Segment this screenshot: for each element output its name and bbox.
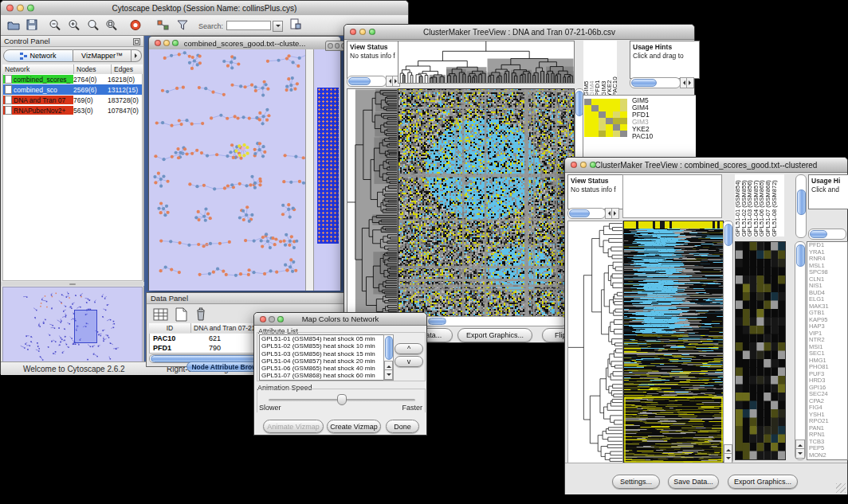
- panel-splitter[interactable]: [1, 282, 144, 286]
- col-edges[interactable]: Edges: [112, 64, 143, 74]
- zoom-in-icon[interactable]: [68, 19, 80, 31]
- tv2-status-hscroll-thumb[interactable]: [569, 209, 590, 217]
- filter-icon[interactable]: [176, 19, 189, 31]
- network-vertical-scrollbar[interactable]: [305, 49, 314, 291]
- help-ring-icon[interactable]: [129, 19, 142, 31]
- attribute-list-item[interactable]: GPL51-02 (GSM855) heat shock 10 min: [260, 342, 384, 350]
- frame-zoom-button[interactable]: [172, 40, 179, 46]
- network-canvas-area[interactable]: [149, 49, 340, 291]
- tv2-column-label[interactable]: GPL51-07 (GSM868): [765, 174, 771, 236]
- zoom-button[interactable]: [277, 316, 284, 322]
- treeview1-controls[interactable]: [350, 29, 375, 35]
- tv1-column-label[interactable]: PAC10: [612, 41, 617, 96]
- attribute-list-item[interactable]: GPL51-04 (GSM857) heat shock 20 min: [260, 357, 384, 365]
- attribute-list-item[interactable]: GPL51-06 (GSM865) heat shock 40 min: [260, 365, 384, 372]
- treeview1-titlebar[interactable]: ClusterMaker TreeView : DNA and Tran 07-…: [344, 25, 694, 40]
- dialog-controls[interactable]: [260, 316, 284, 322]
- move-up-button[interactable]: ^: [395, 343, 423, 354]
- network-canvas-right[interactable]: [314, 49, 340, 291]
- treeview2-titlebar[interactable]: ClusterMaker TreeView : combined_scores_…: [565, 158, 847, 173]
- tv2-column-label[interactable]: GPL51-06 (GSM865): [759, 174, 765, 236]
- attribute-list-item[interactable]: GPL51-03 (GSM856) heat shock 15 min: [260, 350, 384, 357]
- tv1-hints-hscroll-thumb[interactable]: [631, 79, 657, 87]
- frame-minimize-button[interactable]: [163, 40, 170, 46]
- tv2-zoom-scroll-down[interactable]: [795, 448, 805, 459]
- network-table-row[interactable]: combined_sco 2569(6) 13112(15): [3, 84, 142, 95]
- col-nodes[interactable]: Nodes: [74, 64, 112, 74]
- network-modify-icon[interactable]: [157, 19, 170, 31]
- tv1-column-dendrogram[interactable]: [398, 41, 575, 84]
- close-button[interactable]: [6, 5, 14, 12]
- tv1-column-labels[interactable]: GIM5GIM4PFD1GIM3YKE2PAC10: [583, 41, 617, 96]
- tv1-bottom-hscroll-thumb[interactable]: [428, 318, 446, 325]
- network-table-row[interactable]: combined_scores_ 2764(0) 16218(0): [3, 74, 142, 84]
- tv2-column-label[interactable]: GPL51-01 (GSM854): [735, 174, 741, 236]
- tv1-column-label[interactable]: GIM5: [583, 41, 588, 96]
- treeview2-controls[interactable]: [571, 162, 596, 168]
- tv1-row-dendrogram[interactable]: [347, 88, 398, 318]
- zoom-fit-icon[interactable]: [87, 19, 100, 31]
- save-icon[interactable]: [26, 19, 38, 31]
- tv1-hints-right-button[interactable]: [686, 77, 694, 88]
- tv2-row-dendrogram[interactable]: [567, 221, 623, 464]
- col-network[interactable]: Network: [2, 64, 74, 74]
- annotation-icon[interactable]: [289, 18, 302, 30]
- tv1-export-graphics-button[interactable]: Export Graphics...: [457, 328, 532, 342]
- network-table-row[interactable]: DNA and Tran 07 769(0) 183728(0): [3, 95, 142, 105]
- tv1-column-label[interactable]: YKE2: [607, 41, 611, 96]
- tv2-gene-list[interactable]: PFD1YRA1RNR4MSL1SPC98CLN1NIS1BUD4ELG1MAK…: [807, 241, 848, 460]
- zoom-button[interactable]: [27, 5, 34, 12]
- close-button[interactable]: [260, 316, 266, 322]
- float-panel-icon[interactable]: [133, 38, 140, 45]
- tab-overflow-button[interactable]: [132, 49, 142, 62]
- tab-vizmapper[interactable]: VizMapper™: [73, 49, 132, 62]
- network-view-titlebar[interactable]: combined_scores_good.txt--cluste...: [149, 37, 340, 50]
- list-scroll-down-button[interactable]: [384, 369, 393, 380]
- close-button[interactable]: [350, 29, 356, 35]
- window-controls[interactable]: [6, 5, 34, 12]
- resize-grip[interactable]: [836, 483, 846, 493]
- create-vizmap-button[interactable]: Create Vizmap: [327, 420, 381, 433]
- inactive-close-button[interactable]: [328, 43, 333, 49]
- tv2-zoom-vscroll-thumb[interactable]: [796, 244, 805, 267]
- tv2-zoom-vscroll[interactable]: [795, 241, 806, 460]
- tv2-export-graphics-button[interactable]: Export Graphics...: [728, 475, 798, 489]
- tv2-column-labels[interactable]: GPL51-01 (GSM854)GPL51-02 (GSM855)GPL51-…: [735, 174, 784, 236]
- tv1-hints-hscroll[interactable]: [630, 77, 681, 88]
- tv1-status-hscroll[interactable]: [347, 76, 387, 87]
- tab-network[interactable]: Network: [3, 49, 73, 62]
- search-input[interactable]: [226, 21, 271, 30]
- tv2-global-vscroll-thumb[interactable]: [724, 224, 732, 246]
- animate-vizmap-button[interactable]: Animate Vizmap: [263, 420, 324, 433]
- attribute-list-vscroll-thumb[interactable]: [385, 336, 393, 360]
- tv1-column-label[interactable]: PFD1: [595, 41, 599, 96]
- tv1-gene-label[interactable]: PAC10: [632, 133, 653, 140]
- new-attribute-icon[interactable]: [173, 307, 189, 322]
- tv1-correlation-matrix[interactable]: [584, 99, 627, 137]
- overview-viewport-rect[interactable]: [74, 310, 97, 343]
- speed-slider-thumb[interactable]: [337, 394, 347, 405]
- network-graph-canvas[interactable]: [149, 49, 305, 291]
- attribute-list-item[interactable]: GPL51-01 (GSM854) heat shock 05 min: [260, 335, 384, 342]
- tv1-gene-labels[interactable]: GIM5GIM4PFD1GIM3YKE2PAC10: [632, 97, 653, 140]
- main-titlebar[interactable]: Cytoscape Desktop (Session Name: collins…: [1, 1, 408, 16]
- tv2-hints-hscroll[interactable]: [808, 229, 846, 240]
- data-col-id[interactable]: ID: [149, 323, 191, 333]
- attribute-list[interactable]: GPL51-01 (GSM854) heat shock 05 minGPL51…: [259, 334, 385, 381]
- minimize-button[interactable]: [580, 162, 587, 168]
- tv2-zoomed-heatmap[interactable]: [735, 241, 786, 460]
- minimize-button[interactable]: [17, 5, 24, 12]
- tv2-gene-label[interactable]: MON2: [807, 452, 847, 459]
- tv2-column-label[interactable]: GPL51-03 (GSM856): [747, 174, 753, 236]
- tv2-column-label[interactable]: GPL51-08 (GSM872): [771, 174, 778, 236]
- tv1-heatmap-canvas[interactable]: [398, 88, 575, 318]
- tv2-global-vscroll[interactable]: [723, 221, 733, 464]
- zoom-button[interactable]: [590, 162, 596, 168]
- tv2-labels-vscroll[interactable]: [795, 174, 807, 238]
- tv1-status-hscroll-thumb[interactable]: [348, 77, 371, 85]
- tv2-labels-vscroll-thumb[interactable]: [797, 189, 806, 215]
- zoom-button[interactable]: [369, 29, 375, 35]
- frame-close-button[interactable]: [155, 40, 161, 46]
- tv2-status-hscroll[interactable]: [567, 208, 606, 219]
- tv2-settings-button[interactable]: Settings...: [612, 475, 660, 489]
